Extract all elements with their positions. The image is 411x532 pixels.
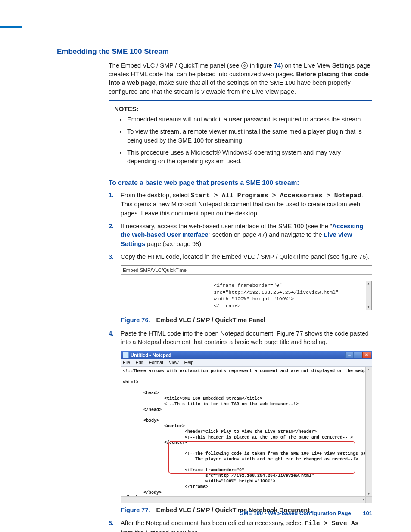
text: The Embed VLC / SMP / QuickTime panel (s… [109,62,241,69]
footer-text: SME 100 • Web-based Configuration Page [240,510,351,516]
emphasis: user [229,116,242,123]
text: If necessary, access the web-based user … [121,223,332,230]
circled-ref-icon: 6 [241,62,248,69]
step-item: After the Notepad document has been edit… [109,519,372,532]
notepad-icon [123,352,129,358]
menu-view[interactable]: View [169,360,179,365]
step-item: If necessary, access the web-based user … [109,222,372,248]
scrollbar-vertical[interactable]: ▴▾ [366,281,371,310]
text: password is required to access the strea… [242,116,363,123]
text: in figure [248,62,274,69]
note-item: To view the stream, a remote viewer must… [126,127,367,145]
window-title: Untitled - Notepad [131,352,171,358]
notes-box: NOTES: Embedded streams will not work if… [109,100,372,171]
notepad-menubar[interactable]: File Edit Format View Help [121,359,372,367]
figure-caption: Figure 76.Embed VLC / SMP / QuickTime Pa… [121,316,372,324]
scroll-up-icon[interactable]: ▴ [367,367,370,373]
text: from the Notepad menu bar. [121,529,199,532]
page-footer: SME 100 • Web-based Configuration Page 1… [240,510,372,517]
note-item: Embedded streams will not work if a user… [126,115,367,124]
notes-title: NOTES: [114,104,367,113]
embed-code-textarea[interactable]: <iframe frameborder="0" src="http://192.… [212,281,372,310]
panel-header: Embed SMP/VLC/QuickTime [121,266,372,275]
menu-help[interactable]: Help [184,360,194,365]
text: page (see page 98). [145,240,203,247]
step-item: From the desktop, select Start > All Pro… [109,191,372,218]
menu-file[interactable]: File [123,360,130,365]
figure-number: Figure 77. [121,507,150,513]
notepad-titlebar[interactable]: Untitled - Notepad [121,351,372,359]
text: After the Notepad document has been edit… [121,520,305,526]
resize-grip-icon[interactable] [365,496,372,503]
code-text: <iframe frameborder="0" src="http://192.… [214,283,339,308]
text: From the desktop, select [121,192,191,199]
page-number: 101 [363,510,372,516]
menu-path: File > Save As [305,520,359,527]
scroll-down-icon[interactable]: ▾ [366,305,371,310]
subsection-heading: To create a basic web page that presents… [109,178,372,187]
section-heading: Embedding the SME 100 Stream [57,47,372,57]
text: Embedded streams will not work if a [127,116,229,123]
text: " section on page 47) and navigate to th… [209,231,324,238]
step-item: Copy the HTML code, located in the Embed… [109,252,372,261]
intro-paragraph: The Embed VLC / SMP / QuickTime panel (s… [109,61,372,96]
notepad-window: Untitled - Notepad File Edit Format View… [121,351,372,503]
note-item: This procedure uses a Microsoft® Windows… [126,148,367,166]
menu-format[interactable]: Format [149,360,163,365]
figure-ref-link[interactable]: 74 [274,62,281,69]
menu-edit[interactable]: Edit [136,360,143,365]
embed-panel: Embed SMP/VLC/QuickTime <iframe framebor… [121,265,372,313]
menu-path: Start > All Programs > Accessories > Not… [191,192,361,199]
close-button[interactable] [362,352,371,358]
minimize-button[interactable] [345,352,354,358]
step-item: Paste the HTML code into the open Notepa… [109,329,372,347]
scroll-up-icon[interactable]: ▴ [366,281,371,286]
scrollbar-horizontal[interactable]: ▸ [121,496,366,503]
scrollbar-vertical[interactable]: ▴▾ [365,367,372,497]
figure-title: Embed VLC / SMP / QuickTime Panel [156,317,265,324]
figure-number: Figure 76. [121,317,150,324]
maximize-button[interactable] [354,352,362,358]
page-accent [0,26,22,28]
notepad-textarea[interactable]: <!--These arrows with exclamation points… [121,367,372,503]
scroll-right-icon[interactable]: ▸ [363,497,365,503]
